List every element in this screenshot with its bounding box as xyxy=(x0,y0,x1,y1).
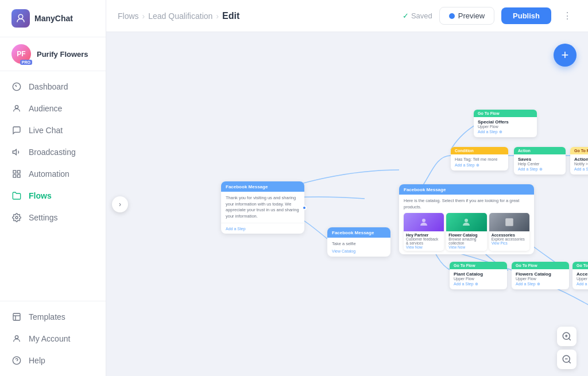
sidebar-item-live-chat[interactable]: Live Chat xyxy=(0,119,106,141)
sidebar-label-automation: Automation xyxy=(29,169,69,179)
pro-badge: PRO xyxy=(20,60,32,65)
card-item-accessories[interactable]: Accessories Explore accessories View Pic… xyxy=(489,213,529,251)
gauge-icon xyxy=(11,82,22,92)
sidebar-item-templates[interactable]: Templates xyxy=(0,306,106,328)
nav-section: Dashboard Audience Live Chat Broadcastin… xyxy=(0,71,106,301)
node-header-plants: Go To Flow xyxy=(450,262,507,269)
svg-marker-3 xyxy=(13,149,16,154)
node-header-gotoflow-special: Go To Flow xyxy=(474,110,537,117)
svg-point-0 xyxy=(18,14,23,19)
person-icon xyxy=(11,103,22,114)
node-body-plants: Plant Catalog Upper Flow Add a Step ⊕ xyxy=(450,269,507,289)
node-body-gotoflow-special: Special Offers Upper Flow Add a Step ⊕ xyxy=(474,117,537,137)
node-header-gotoflow2: Go To Flow xyxy=(570,147,588,154)
more-options-button[interactable]: ⋮ xyxy=(558,7,577,25)
node-go-to-flow-plants[interactable]: Go To Flow Plant Catalog Upper Flow Add … xyxy=(450,262,507,289)
card-body-accessories: Accessories Explore accessories View Pic… xyxy=(489,231,529,247)
preview-button[interactable]: Preview xyxy=(439,7,494,25)
sidebar-item-my-account[interactable]: My Account xyxy=(0,328,106,350)
saved-status: ✓ Saved xyxy=(403,11,432,20)
svg-point-20 xyxy=(422,219,425,222)
node-link-action[interactable]: Add a Step ⊕ xyxy=(518,167,562,172)
sidebar-item-broadcasting[interactable]: Broadcasting xyxy=(0,141,106,163)
svg-rect-7 xyxy=(13,175,16,177)
template-icon xyxy=(11,312,22,322)
node-condition[interactable]: Condition Has Tag: Tell me more Add a St… xyxy=(451,147,508,170)
node-go-to-flow-accessories[interactable]: Go To Flow Accessories Catalog Upper Flo… xyxy=(572,262,588,289)
node-facebook-msg-3[interactable]: Facebook Message Here is the catalog. Se… xyxy=(399,184,534,254)
node-link-plants[interactable]: Add a Step ⊕ xyxy=(454,282,503,286)
svg-point-2 xyxy=(15,106,18,108)
node-header-accessories: Go To Flow xyxy=(572,262,588,269)
node-link-accessories[interactable]: Add a Step ⊕ xyxy=(577,282,588,286)
nav-bottom: Templates My Account Help xyxy=(0,301,106,376)
logo-area: ManyChat xyxy=(0,0,106,37)
user-section[interactable]: PF PRO Purify Flowers xyxy=(0,37,106,71)
breadcrumb-sep-2: › xyxy=(216,11,219,21)
publish-button[interactable]: Publish xyxy=(501,7,551,24)
svg-point-10 xyxy=(15,336,18,339)
svg-rect-4 xyxy=(13,170,16,173)
sidebar-label-dashboard: Dashboard xyxy=(29,82,68,91)
sidebar-label-settings: Settings xyxy=(29,213,58,222)
card-img-flower xyxy=(446,213,486,231)
preview-dot xyxy=(449,13,455,19)
sidebar-item-audience[interactable]: Audience xyxy=(0,98,106,119)
node-header-condition: Condition xyxy=(451,147,508,154)
card-item-flower[interactable]: Flower Catalog Browse amazing collection… xyxy=(446,213,486,251)
svg-rect-9 xyxy=(13,313,20,320)
sidebar-item-help[interactable]: Help xyxy=(0,350,106,371)
breadcrumb-flows[interactable]: Flows xyxy=(118,11,139,21)
zoom-in-button[interactable] xyxy=(557,327,577,346)
sidebar-label-live-chat: Live Chat xyxy=(29,126,63,135)
node-body-action: Saves Help Center Add a Step ⊕ xyxy=(514,154,566,175)
node-go-to-flow-flowers[interactable]: Go To Flow Flowers Catalog Upper Flow Ad… xyxy=(512,262,569,289)
topbar-actions: ✓ Saved Preview Publish ⋮ xyxy=(403,7,577,25)
node-link-fb2-catalog[interactable]: View Catalog xyxy=(332,249,386,253)
add-node-button[interactable]: + xyxy=(554,44,577,67)
node-link-gotoflow2[interactable]: Add a Step ⊕ xyxy=(574,167,588,172)
sidebar-item-flows[interactable]: Flows xyxy=(0,185,106,207)
node-link-fb1[interactable]: Add a Step xyxy=(226,227,246,231)
node-action[interactable]: Action Saves Help Center Add a Step ⊕ xyxy=(514,147,566,175)
help-icon xyxy=(11,355,22,366)
sidebar-item-settings[interactable]: Settings xyxy=(0,207,106,228)
sidebar-label-flows: Flows xyxy=(29,191,52,200)
sidebar-label-audience: Audience xyxy=(29,104,62,113)
breadcrumb-sep-1: › xyxy=(142,11,145,21)
node-facebook-msg-2[interactable]: Facebook Message Take a selfie View Cata… xyxy=(327,227,390,257)
node-link-special[interactable]: Add a Step ⊕ xyxy=(478,130,533,134)
scroll-left-button[interactable]: › xyxy=(112,196,128,212)
node-link-flowers[interactable]: Add a Step ⊕ xyxy=(516,282,565,286)
node-go-to-flow-2[interactable]: Go To Flow Action Notify > Action Update… xyxy=(570,147,588,175)
node-body-fb2: Take a selfie View Catalog xyxy=(327,238,390,257)
node-body-condition: Has Tag: Tell me more Add a Step ⊕ xyxy=(451,154,508,170)
node-link-condition[interactable]: Add a Step ⊕ xyxy=(455,163,504,168)
node-go-to-flow-special[interactable]: Go To Flow Special Offers Upper Flow Add… xyxy=(474,110,537,137)
node-body-flowers: Flowers Catalog Upper Flow Add a Step ⊕ xyxy=(512,269,569,289)
sidebar-item-dashboard[interactable]: Dashboard xyxy=(0,76,106,98)
sidebar-label-help: Help xyxy=(29,356,45,365)
node-body-accessories: Accessories Catalog Upper Flow Add a Ste… xyxy=(572,269,588,289)
node-header-fb2: Facebook Message xyxy=(327,227,390,238)
svg-rect-22 xyxy=(505,218,513,226)
node-facebook-msg-1[interactable]: Facebook Message Thank you for visiting … xyxy=(221,181,304,234)
flow-canvas: + › xyxy=(106,32,588,376)
ellipsis-icon: ⋮ xyxy=(563,10,572,21)
card-body-partner: Hey Partner Customer feedback & services… xyxy=(404,231,444,251)
user-name: Purify Flowers xyxy=(37,50,88,59)
node-dot-fb1 xyxy=(302,206,307,210)
sidebar-label-broadcasting: Broadcasting xyxy=(29,148,76,157)
sidebar-item-automation[interactable]: Automation xyxy=(0,163,106,185)
check-icon: ✓ xyxy=(403,11,409,20)
breadcrumb-lead-qualification[interactable]: Lead Qualification xyxy=(148,11,212,21)
cards-row: Hey Partner Customer feedback & services… xyxy=(404,213,529,251)
node-header-flowers: Go To Flow xyxy=(512,262,569,269)
svg-line-14 xyxy=(568,338,570,340)
card-item-partner[interactable]: Hey Partner Customer feedback & services… xyxy=(404,213,444,251)
node-body-gotoflow2: Action Notify > Action Updated Add a Ste… xyxy=(570,154,588,175)
node-footer-fb1: Add a Step xyxy=(221,223,304,234)
card-body-flower: Flower Catalog Browse amazing collection… xyxy=(446,231,486,251)
zoom-out-button[interactable] xyxy=(557,350,577,369)
account-icon xyxy=(11,334,22,344)
